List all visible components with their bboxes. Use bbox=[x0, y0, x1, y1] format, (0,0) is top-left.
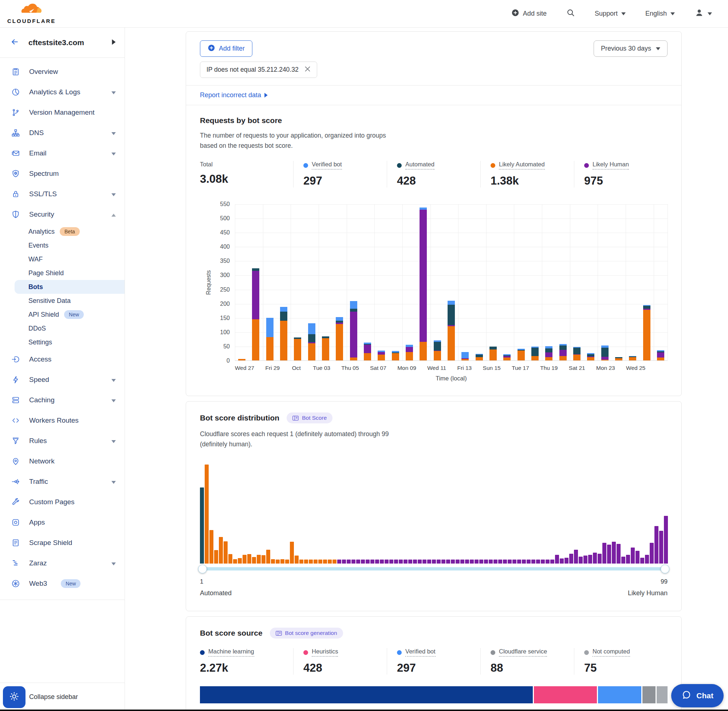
histogram-bin-score-76[interactable] bbox=[555, 555, 559, 563]
histogram-bin-score-55[interactable] bbox=[456, 559, 459, 563]
histogram-bin-score-39[interactable] bbox=[380, 559, 384, 563]
histogram-bin-score-15[interactable] bbox=[266, 550, 270, 563]
sidebar-subitem-page-shield[interactable]: Page Shield bbox=[0, 266, 124, 280]
histogram-bin-score-26[interactable] bbox=[318, 559, 322, 563]
histogram-bin-score-3[interactable] bbox=[210, 530, 213, 563]
stacked-bar-tue-03[interactable] bbox=[322, 336, 329, 360]
stacked-bar-sat-30[interactable] bbox=[280, 307, 287, 360]
filter-chip[interactable]: IP does not equal 35.212.240.32 bbox=[200, 62, 317, 78]
date-range-dropdown[interactable]: Previous 30 days bbox=[594, 40, 667, 57]
sidebar-item-email[interactable]: Email bbox=[0, 143, 124, 164]
source-segment-verified-bot[interactable] bbox=[598, 686, 642, 704]
search-button[interactable] bbox=[566, 8, 575, 19]
settings-gear-button[interactable] bbox=[3, 686, 25, 708]
add-site-button[interactable]: Add site bbox=[511, 9, 546, 19]
sidebar-item-caching[interactable]: Caching bbox=[0, 390, 124, 410]
sidebar-item-web3[interactable]: Web3New bbox=[0, 573, 124, 594]
histogram-bin-score-24[interactable] bbox=[309, 559, 313, 563]
histogram-bin-score-68[interactable] bbox=[517, 559, 521, 563]
histogram-bin-score-33[interactable] bbox=[351, 559, 356, 563]
histogram-bin-score-51[interactable] bbox=[437, 559, 441, 563]
histogram-bin-score-7[interactable] bbox=[228, 554, 232, 563]
sidebar-item-rules[interactable]: Rules bbox=[0, 431, 124, 451]
support-menu[interactable]: Support bbox=[595, 10, 626, 18]
histogram-bin-score-63[interactable] bbox=[493, 559, 498, 563]
sidebar-item-traffic[interactable]: Traffic bbox=[0, 472, 124, 492]
histogram-bin-score-61[interactable] bbox=[484, 559, 488, 563]
close-icon[interactable] bbox=[304, 66, 311, 74]
sidebar-subitem-api-shield[interactable]: API ShieldNew bbox=[0, 308, 124, 322]
sidebar-item-apps[interactable]: Apps bbox=[0, 512, 124, 533]
histogram-bin-score-62[interactable] bbox=[489, 559, 493, 563]
sidebar-item-version-management[interactable]: Version Management bbox=[0, 102, 124, 123]
stacked-bar-mon-02[interactable] bbox=[308, 323, 315, 360]
histogram-bin-score-69[interactable] bbox=[522, 559, 526, 563]
stacked-bar-wed-25[interactable] bbox=[629, 356, 636, 361]
stacked-bar-thu-19[interactable] bbox=[545, 346, 552, 360]
stacked-bar-mon-09[interactable] bbox=[406, 345, 413, 360]
histogram-bin-score-96[interactable] bbox=[650, 543, 654, 563]
histogram-bin-score-66[interactable] bbox=[508, 559, 512, 563]
slider-track[interactable] bbox=[200, 567, 667, 571]
sidebar-item-zaraz[interactable]: Zaraz bbox=[0, 553, 124, 573]
source-segment-heuristics[interactable] bbox=[534, 686, 597, 704]
collapse-sidebar[interactable]: Collapse sidebar bbox=[0, 683, 124, 711]
histogram-bin-score-30[interactable] bbox=[337, 559, 341, 563]
histogram-bin-score-90[interactable] bbox=[621, 557, 625, 563]
histogram-bin-score-42[interactable] bbox=[394, 559, 398, 563]
back-arrow-icon[interactable] bbox=[10, 37, 20, 48]
histogram-bin-score-73[interactable] bbox=[541, 559, 545, 563]
histogram-bin-score-8[interactable] bbox=[233, 559, 237, 563]
stacked-bar-thu-05[interactable] bbox=[350, 301, 357, 360]
histogram-bin-score-37[interactable] bbox=[371, 559, 374, 563]
stacked-bar-wed-04[interactable] bbox=[336, 317, 343, 360]
histogram-bin-score-80[interactable] bbox=[574, 550, 578, 563]
sidebar-item-scrape-shield[interactable]: Scrape Shield bbox=[0, 533, 124, 553]
histogram-bin-score-40[interactable] bbox=[385, 559, 388, 563]
sidebar-subitem-bots[interactable]: Bots bbox=[15, 280, 124, 294]
histogram-bin-score-47[interactable] bbox=[418, 559, 422, 563]
stacked-bar-tue-24[interactable] bbox=[615, 357, 622, 360]
histogram-bin-score-36[interactable] bbox=[366, 559, 370, 563]
histogram-bin-score-64[interactable] bbox=[498, 559, 502, 563]
histogram-bin-score-18[interactable] bbox=[281, 559, 284, 563]
histogram-bin-score-2[interactable] bbox=[205, 465, 209, 563]
histogram-bin-score-67[interactable] bbox=[512, 559, 517, 563]
histogram-bin-score-23[interactable] bbox=[304, 559, 308, 563]
sidebar-item-dns[interactable]: DNS bbox=[0, 123, 124, 143]
histogram-bin-score-29[interactable] bbox=[332, 559, 337, 563]
histogram-bin-score-56[interactable] bbox=[460, 559, 464, 563]
histogram-bin-score-98[interactable] bbox=[659, 531, 663, 563]
histogram-bin-score-81[interactable] bbox=[579, 557, 583, 563]
histogram-bin-score-13[interactable] bbox=[257, 555, 261, 563]
histogram-bin-score-16[interactable] bbox=[271, 559, 275, 563]
sidebar-item-access[interactable]: Access bbox=[0, 349, 124, 370]
histogram-bin-score-17[interactable] bbox=[276, 559, 280, 563]
histogram-bin-score-14[interactable] bbox=[261, 555, 266, 563]
histogram-bin-score-89[interactable] bbox=[617, 544, 620, 563]
histogram-bin-score-85[interactable] bbox=[598, 554, 602, 563]
histogram-bin-score-59[interactable] bbox=[474, 559, 478, 563]
histogram-bin-score-21[interactable] bbox=[295, 556, 298, 563]
histogram-bin-score-87[interactable] bbox=[607, 544, 611, 563]
histogram-bin-score-77[interactable] bbox=[560, 559, 564, 563]
stacked-bar-thu-12[interactable] bbox=[447, 301, 455, 360]
histogram-bin-score-60[interactable] bbox=[479, 559, 483, 563]
sidebar-subitem-analytics[interactable]: AnalyticsBeta bbox=[0, 225, 124, 239]
stacked-bar-oct[interactable] bbox=[294, 338, 301, 360]
histogram-bin-score-32[interactable] bbox=[347, 559, 351, 563]
source-segment-machine-learning[interactable] bbox=[200, 686, 533, 704]
histogram-bin-score-41[interactable] bbox=[389, 559, 393, 563]
stacked-bar-tue-17[interactable] bbox=[517, 349, 525, 360]
source-segment-not-computed[interactable] bbox=[657, 686, 667, 704]
report-incorrect-data-link[interactable]: Report incorrect data bbox=[200, 91, 268, 99]
histogram-bin-score-78[interactable] bbox=[564, 558, 569, 563]
histogram-bin-score-58[interactable] bbox=[470, 559, 474, 563]
histogram-bin-score-65[interactable] bbox=[503, 559, 507, 563]
sidebar-item-spectrum[interactable]: Spectrum bbox=[0, 164, 124, 184]
histogram-bin-score-1[interactable] bbox=[200, 487, 204, 563]
sidebar-subitem-settings[interactable]: Settings bbox=[0, 335, 124, 349]
histogram-bin-score-12[interactable] bbox=[252, 557, 256, 563]
histogram-bin-score-44[interactable] bbox=[403, 559, 408, 563]
sidebar-subitem-waf[interactable]: WAF bbox=[0, 252, 124, 266]
